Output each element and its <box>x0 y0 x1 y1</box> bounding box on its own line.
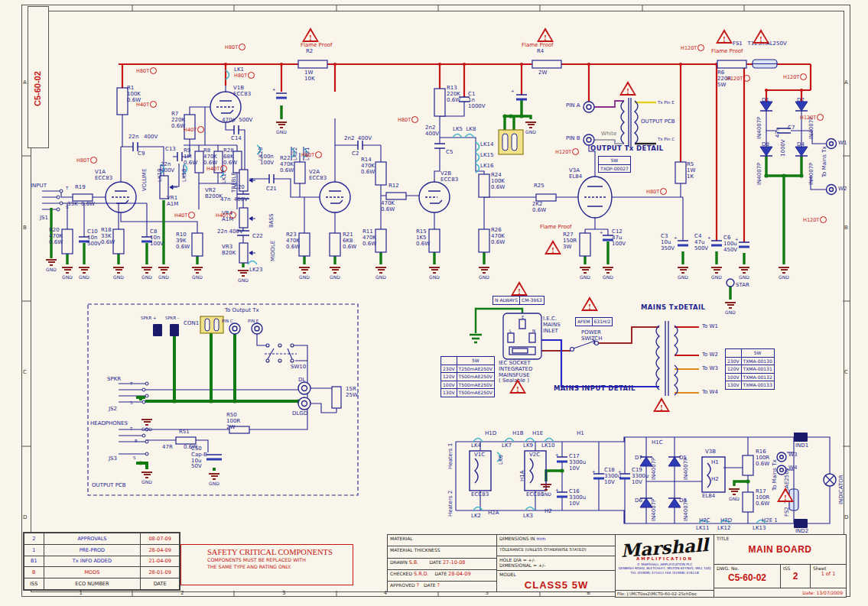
revision-cell: APPROVALS <box>44 533 141 545</box>
mains-tx-table: 5W230VTXMA-00130120VTXMA-00131100VTXMA-0… <box>725 348 775 390</box>
grid-row-label: C <box>844 369 848 375</box>
checked-row: CHECKED S.R.D. DATE 28-04-09 <box>388 570 496 582</box>
checked-date: 28-04-09 <box>448 571 471 580</box>
revision-row: BMODS28-01-09 <box>24 567 180 578</box>
table-cell: CM-3963 <box>520 297 545 305</box>
table-row: N ALWAYSCM-3963 <box>493 297 545 305</box>
iss-label: ISS <box>783 565 808 571</box>
sheet-label: Sheet <box>813 565 844 571</box>
table-cell: T500mAE250V <box>457 373 494 381</box>
output-tx-table: 5WTXOP-00027 <box>598 156 631 173</box>
table-cell: N ALWAYS <box>493 297 520 305</box>
material-label: MATERIAL <box>388 535 496 546</box>
grid-col-label: 3 <box>282 590 285 596</box>
table-cell: TXMA-00133 <box>741 381 774 390</box>
table-cell: TXMA-00130 <box>741 357 774 365</box>
dwg-number: C5-60-02 <box>717 572 778 583</box>
revision-cell: 21-04-09 <box>141 556 180 567</box>
schematic-sheet: C5-60-02 12345678AABBCCDD <box>0 0 868 606</box>
revision-row: ISSECO NUMBERDATE <box>24 578 180 590</box>
revision-cell: 28-04-09 <box>141 544 180 556</box>
revision-row: 2APPROVALS08-07-09 <box>24 533 180 545</box>
model-row: MODEL CLASS5 5W <box>497 571 616 591</box>
revision-cell: PRE-PROD <box>44 544 141 556</box>
model-label: MODEL <box>499 572 516 577</box>
file-path: File: J:\MCT0ss2\MCT0-60-02-2SchDoc <box>616 590 714 597</box>
approved-date: ? <box>437 582 440 591</box>
iss-value: 2 <box>783 571 808 582</box>
table-row: 130VTXMA-00133 <box>726 381 775 390</box>
safety-line2: THE SAME TYPE AND RATING ONLY. <box>207 564 349 570</box>
revision-row: B1Tx INFO ADDED21-04-09 <box>24 556 180 567</box>
table-cell: 5W <box>457 357 494 365</box>
table-cell: 130V <box>441 389 457 397</box>
grid-row-label: A <box>23 79 27 86</box>
schematic-canvas <box>0 0 868 606</box>
marshall-logo: Marshall AMPLIFICATION © MARSHALL AMPLIF… <box>616 535 714 590</box>
revision-cell: 28-01-09 <box>141 567 180 578</box>
grid-row-label: D <box>23 514 27 520</box>
table-cell: T250mAE250V <box>457 365 494 373</box>
grid-row-label: A <box>844 79 848 86</box>
grid-row-label: C <box>23 369 27 375</box>
date-label: DATE <box>429 559 441 569</box>
revision-cell: B1 <box>24 556 44 567</box>
table-row: TXOP-00027 <box>599 164 631 173</box>
revision-cell: ECO NUMBER <box>44 578 141 590</box>
safety-warning-box: SAFETY CRITICAL COMPONENTS COMPONENTS MU… <box>180 544 353 585</box>
table-cell <box>441 357 457 365</box>
table-row: 100VT500mAE250V <box>441 381 495 389</box>
dimensions-row: DIMENSIONS IN mm <box>497 535 616 546</box>
drawn-label: DRAWN <box>390 559 408 569</box>
iss-cell: ISS 2 <box>781 565 811 588</box>
drawn-value: S.B. <box>409 559 419 569</box>
revision-table: 2APPROVALS08-07-091PRE-PROD28-04-09B1Tx … <box>23 532 180 591</box>
revision-cell: Tx INFO ADDED <box>44 556 141 567</box>
material-thickness-label: MATERIAL THICKNESS <box>388 546 496 559</box>
drawing-title: MAIN BOARD <box>717 544 844 555</box>
grid-col-label: 2 <box>180 590 184 596</box>
table-cell: T500mAE250V <box>457 381 494 389</box>
table-row: 130VT500mAE250V <box>441 389 495 397</box>
table-cell: 120V <box>441 373 457 381</box>
table-row: 230VT250mAE250V <box>441 365 495 373</box>
date-value: Date: 13/07/2009 <box>714 588 846 597</box>
revision-cell: MODS <box>44 567 141 578</box>
mains-fuse-table: 5W230VT250mAE250V120VT500mAE250V100VT500… <box>441 356 495 397</box>
table-cell: 5W <box>599 157 631 165</box>
table-row: 5W <box>726 349 775 358</box>
table-row: AFEM631H/2 <box>576 318 613 326</box>
checked-value: S.R.D. <box>414 571 429 580</box>
grid-row-label: D <box>844 514 848 520</box>
dims-unit: mm <box>537 536 546 541</box>
table-cell: TXMA-00131 <box>741 365 774 374</box>
revision-cell: 08-07-09 <box>141 533 180 545</box>
table-row: 5W <box>441 357 495 365</box>
table-row: 120VTXMA-00131 <box>726 365 775 374</box>
table-cell: 230V <box>441 365 457 373</box>
drawn-date: 27-10-08 <box>443 559 466 569</box>
safety-title: SAFETY CRITICAL COMPONENTS <box>207 548 349 556</box>
revision-cell: ISS <box>24 578 44 590</box>
table-row: 120VT500mAE250V <box>441 373 495 381</box>
table-cell: T500mAE250V <box>457 389 494 397</box>
title-block: Marshall AMPLIFICATION © MARSHALL AMPLIF… <box>615 534 847 598</box>
hole-row: HOLE DIA = +/-DIMENSIONAL = +/- <box>497 556 616 571</box>
table-row: 100VTXMA-00132 <box>726 373 775 381</box>
table-cell: 631H/2 <box>592 318 613 326</box>
table-cell <box>726 349 742 358</box>
drawn-row: DRAWN S.B. DATE 27-10-08 <box>388 559 496 570</box>
date-label: DATE <box>424 582 436 591</box>
nalways-table: N ALWAYSCM-3963 <box>493 296 545 305</box>
table-cell: 230V <box>726 357 742 365</box>
material-block: MATERIAL MATERIAL THICKNESS DRAWN S.B. D… <box>387 534 616 592</box>
grid-col-label: 1 <box>79 590 82 596</box>
table-row: 230VTXMA-00130 <box>726 357 775 365</box>
sheet-cell: Sheet 1 of 1 <box>811 565 846 588</box>
grid-row-label: B <box>23 225 27 231</box>
doc-code-text: C5-60-02 <box>33 71 42 106</box>
approved-row: APPROVED ? DATE ? <box>388 582 496 591</box>
table-row: 5W <box>599 157 631 165</box>
approved-label: APPROVED <box>390 582 415 591</box>
tolerance-row: TOLERANCE (UNLESS OTHERWISE STATED) <box>497 546 616 556</box>
